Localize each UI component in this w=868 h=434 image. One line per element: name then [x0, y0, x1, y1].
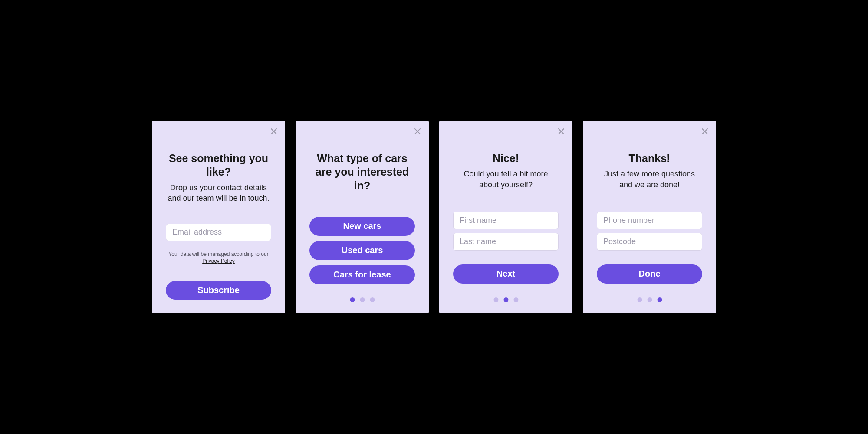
dot-2 [360, 297, 365, 302]
privacy-text: Your data will be managed according to o… [168, 251, 268, 265]
close-button[interactable] [700, 127, 710, 137]
phone-input[interactable] [597, 212, 702, 229]
email-input[interactable] [166, 224, 271, 241]
card-title: Nice! [493, 152, 519, 165]
dot-2 [647, 297, 652, 302]
first-name-input[interactable] [453, 212, 559, 229]
name-card: Nice! Could you tell a bit more about yo… [439, 121, 572, 313]
done-button[interactable]: Done [597, 264, 702, 284]
option-cars-for-lease[interactable]: Cars for lease [309, 265, 415, 284]
subscribe-card: See something you like? Drop us your con… [152, 121, 285, 313]
subscribe-button[interactable]: Subscribe [166, 281, 271, 300]
close-button[interactable] [556, 127, 566, 137]
dot-1 [493, 297, 498, 302]
privacy-policy-link[interactable]: Privacy Policy [202, 258, 235, 264]
dot-3 [370, 297, 375, 302]
dot-2 [503, 297, 508, 302]
option-used-cars[interactable]: Used cars [309, 241, 415, 260]
postcode-input[interactable] [597, 233, 702, 251]
step-dots [350, 297, 375, 302]
dot-1 [637, 297, 642, 302]
close-icon [702, 128, 708, 136]
step-dots [637, 297, 662, 302]
close-icon [414, 128, 421, 136]
card-title: What type of cars are you interested in? [309, 152, 415, 193]
privacy-prefix: Your data will be managed according to o… [168, 251, 268, 257]
last-name-input[interactable] [453, 233, 559, 251]
next-button[interactable]: Next [453, 264, 559, 284]
option-new-cars[interactable]: New cars [309, 217, 415, 236]
card-subtitle: Just a few more questions and we are don… [597, 169, 702, 190]
contact-card: Thanks! Just a few more questions and we… [583, 121, 716, 313]
card-subtitle: Could you tell a bit more about yourself… [453, 169, 559, 190]
car-type-card: What type of cars are you interested in?… [296, 121, 429, 313]
dot-3 [513, 297, 518, 302]
contact-inputs [597, 212, 702, 251]
car-options: New cars Used cars Cars for lease [309, 217, 415, 284]
card-title: Thanks! [629, 152, 671, 165]
dot-3 [657, 297, 662, 302]
close-icon [271, 128, 277, 136]
step-dots [493, 297, 518, 302]
dot-1 [350, 297, 355, 302]
card-subtitle: Drop us your contact details and our tea… [166, 183, 271, 204]
close-button[interactable] [412, 127, 423, 137]
close-icon [558, 128, 564, 136]
close-button[interactable] [269, 127, 279, 137]
name-inputs [453, 212, 559, 251]
card-title: See something you like? [166, 152, 271, 179]
